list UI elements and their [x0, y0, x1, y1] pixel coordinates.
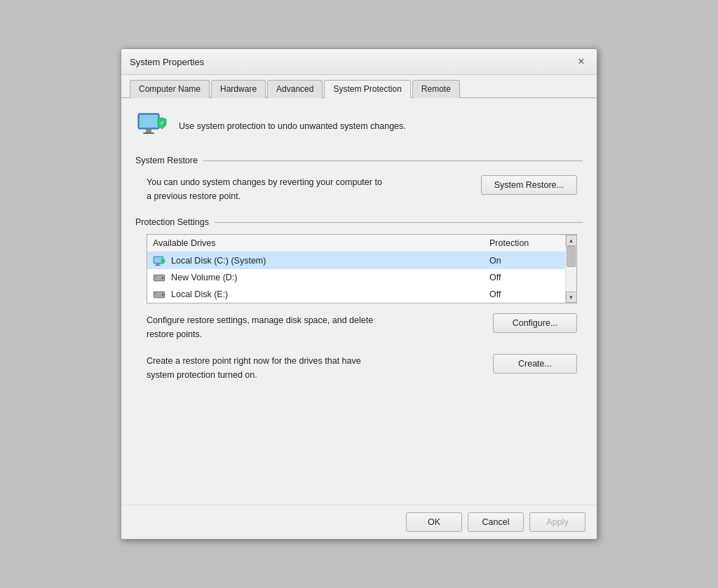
- scroll-down-arrow[interactable]: ▼: [566, 292, 577, 303]
- tab-advanced[interactable]: Advanced: [267, 80, 323, 98]
- drive-name-cell: Local Disk (C:) (System): [153, 255, 489, 266]
- system-drive-icon: [153, 255, 167, 266]
- system-restore-description: You can undo system changes by reverting…: [147, 175, 385, 203]
- header-row: ✓ Use system protection to undo unwanted…: [135, 109, 583, 143]
- drive-name: Local Disk (C:) (System): [171, 256, 266, 266]
- cancel-button[interactable]: Cancel: [468, 512, 524, 532]
- svg-rect-7: [156, 264, 159, 265]
- drive-name-cell: New Volume (D:): [153, 272, 489, 283]
- protection-settings-section: Protection Settings Available Drives Pro…: [135, 217, 583, 385]
- tab-computer-name[interactable]: Computer Name: [130, 80, 210, 98]
- protection-status: Off: [489, 273, 560, 282]
- svg-rect-1: [140, 115, 158, 128]
- tab-content: ✓ Use system protection to undo unwanted…: [121, 98, 597, 505]
- scroll-thumb[interactable]: [567, 246, 576, 267]
- svg-point-11: [162, 277, 164, 279]
- create-button[interactable]: Create...: [493, 354, 577, 374]
- table-row[interactable]: Local Disk (C:) (System) On: [147, 252, 576, 269]
- table-header-row: Available Drives Protection: [147, 235, 576, 252]
- system-restore-title: System Restore: [135, 156, 583, 165]
- title-bar: System Properties ×: [121, 49, 597, 75]
- svg-text:✓: ✓: [160, 121, 164, 125]
- svg-rect-8: [155, 265, 161, 266]
- tab-remote[interactable]: Remote: [412, 80, 460, 98]
- header-description: Use system protection to undo unwanted s…: [179, 120, 406, 133]
- system-properties-dialog: System Properties × Computer Name Hardwa…: [121, 48, 597, 540]
- scrollbar[interactable]: ▲ ▼: [565, 235, 576, 303]
- table-row[interactable]: Local Disk (E:) Off: [147, 286, 576, 303]
- ok-button[interactable]: OK: [406, 512, 462, 532]
- column-header-drives: Available Drives: [153, 238, 489, 248]
- configure-description: Configure restore settings, manage disk …: [147, 313, 385, 341]
- tab-bar: Computer Name Hardware Advanced System P…: [121, 75, 597, 98]
- drive-name-cell: Local Disk (E:): [153, 289, 489, 300]
- local-drive-icon: [153, 289, 167, 300]
- scroll-up-arrow[interactable]: ▲: [566, 235, 577, 246]
- scroll-track: [566, 246, 576, 292]
- svg-point-12: [155, 276, 156, 278]
- system-restore-section: System Restore You can undo system chang…: [135, 156, 583, 206]
- drive-name: Local Disk (E:): [171, 289, 228, 299]
- svg-point-16: [155, 293, 156, 294]
- configure-button[interactable]: Configure...: [493, 313, 577, 333]
- create-description: Create a restore point right now for the…: [147, 354, 385, 382]
- tab-hardware[interactable]: Hardware: [211, 80, 266, 98]
- volume-drive-icon: [153, 272, 167, 283]
- protection-status: Off: [489, 289, 560, 299]
- system-restore-body: You can undo system changes by reverting…: [135, 172, 583, 206]
- tab-system-protection[interactable]: System Protection: [324, 80, 410, 98]
- create-row: Create a restore point right now for the…: [135, 351, 583, 385]
- drives-table: Available Drives Protection: [147, 234, 577, 303]
- svg-rect-3: [143, 132, 154, 134]
- table-row[interactable]: New Volume (D:) Off: [147, 269, 576, 286]
- svg-point-15: [162, 294, 164, 296]
- dialog-title: System Properties: [130, 57, 204, 67]
- system-protection-icon: ✓: [135, 109, 169, 143]
- protection-status: On: [489, 256, 560, 266]
- configure-row: Configure restore settings, manage disk …: [135, 310, 583, 344]
- protection-settings-title: Protection Settings: [135, 217, 583, 227]
- footer-buttons: OK Cancel Apply: [121, 505, 597, 539]
- table-scroll-wrapper: Available Drives Protection: [147, 235, 576, 303]
- system-restore-button[interactable]: System Restore...: [481, 175, 577, 195]
- close-button[interactable]: ×: [574, 55, 588, 69]
- apply-button[interactable]: Apply: [529, 512, 585, 532]
- column-header-protection: Protection: [489, 238, 560, 248]
- svg-rect-2: [146, 129, 151, 132]
- drive-name: New Volume (D:): [171, 273, 237, 282]
